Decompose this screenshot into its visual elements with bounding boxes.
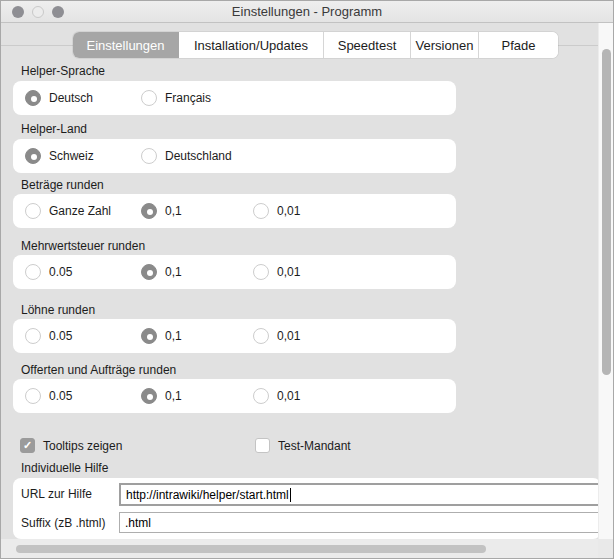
- section-label-individuelle-hilfe: Individuelle Hilfe: [21, 461, 108, 475]
- radio-option-0-01[interactable]: 0,01: [253, 194, 300, 228]
- radio-icon: [25, 203, 41, 219]
- radio-icon: [141, 328, 157, 344]
- radio-group-helper-sprache: Deutsch Français: [13, 81, 456, 115]
- radio-label: Deutsch: [49, 91, 93, 105]
- radio-option-schweiz[interactable]: Schweiz: [25, 139, 94, 173]
- radio-label: 0,1: [165, 389, 182, 403]
- radio-option-ganze-zahl[interactable]: Ganze Zahl: [25, 194, 111, 228]
- radio-option-0-01[interactable]: 0,01: [253, 319, 300, 353]
- checkbox-icon: [255, 438, 270, 453]
- radio-label: Français: [165, 91, 211, 105]
- radio-label: 0.05: [49, 389, 72, 403]
- help-panel: URL zur Hilfe http://intrawiki/helper/st…: [13, 478, 601, 539]
- radio-option-francais[interactable]: Français: [141, 81, 211, 115]
- radio-option-0-01[interactable]: 0,01: [253, 255, 300, 289]
- url-field-label: URL zur Hilfe: [21, 487, 92, 501]
- radio-icon: [141, 264, 157, 280]
- radio-icon: [25, 264, 41, 280]
- radio-group-offerten-runden: 0.05 0,1 0,01: [13, 379, 456, 413]
- titlebar[interactable]: Einstellungen - Programm: [1, 1, 613, 23]
- checkbox-test-mandant[interactable]: Test-Mandant: [255, 438, 351, 453]
- url-input[interactable]: http://intrawiki/helper/start.html: [119, 483, 600, 506]
- radio-label: 0,01: [277, 329, 300, 343]
- radio-option-0-1[interactable]: 0,1: [141, 255, 182, 289]
- radio-icon: [253, 388, 269, 404]
- radio-label: 0,01: [277, 204, 300, 218]
- radio-label: 0.05: [49, 265, 72, 279]
- radio-option-0-1[interactable]: 0,1: [141, 194, 182, 228]
- suffix-field-label: Suffix (zB .html): [21, 516, 105, 530]
- tab-installation-updates[interactable]: Installation/Updates: [179, 32, 324, 58]
- scrollbar-corner: [598, 539, 613, 558]
- suffix-input-value: .html: [125, 516, 151, 530]
- settings-window: Einstellungen - Programm Einstellungen I…: [0, 0, 614, 559]
- radio-label: 0.05: [49, 329, 72, 343]
- radio-icon: [253, 203, 269, 219]
- radio-label: Schweiz: [49, 149, 94, 163]
- window-title: Einstellungen - Programm: [1, 1, 613, 23]
- group-label-loehne-runden: Löhne runden: [21, 303, 95, 317]
- radio-icon: [253, 264, 269, 280]
- group-label-offerten-runden: Offerten und Aufträge runden: [21, 363, 176, 377]
- radio-label: Ganze Zahl: [49, 204, 111, 218]
- checkbox-tooltips-zeigen[interactable]: Tooltips zeigen: [20, 438, 122, 453]
- vertical-scrollbar-track[interactable]: [598, 23, 613, 541]
- radio-label: 0,1: [165, 265, 182, 279]
- radio-icon: [141, 388, 157, 404]
- radio-option-0-05[interactable]: 0.05: [25, 255, 72, 289]
- checkbox-row: Tooltips zeigen Test-Mandant: [1, 438, 601, 456]
- horizontal-scrollbar-track[interactable]: [1, 539, 600, 558]
- radio-label: 0,1: [165, 204, 182, 218]
- radio-option-0-01[interactable]: 0,01: [253, 379, 300, 413]
- radio-label: 0,01: [277, 389, 300, 403]
- group-label-helper-land: Helper-Land: [21, 122, 87, 136]
- checkbox-label: Test-Mandant: [278, 439, 351, 453]
- radio-icon: [141, 148, 157, 164]
- url-input-value: http://intrawiki/helper/start.html: [126, 488, 289, 502]
- radio-option-deutschland[interactable]: Deutschland: [141, 139, 232, 173]
- group-label-mehrwertsteuer-runden: Mehrwertsteuer runden: [21, 239, 145, 253]
- group-label-helper-sprache: Helper-Sprache: [21, 64, 105, 78]
- suffix-input[interactable]: .html: [119, 512, 600, 533]
- radio-option-0-05[interactable]: 0.05: [25, 379, 72, 413]
- vertical-scrollbar-thumb[interactable]: [602, 49, 611, 375]
- tab-pfade[interactable]: Pfade: [479, 32, 558, 58]
- radio-option-0-1[interactable]: 0,1: [141, 379, 182, 413]
- tab-bar: Einstellungen Installation/Updates Speed…: [73, 32, 558, 58]
- radio-icon: [141, 90, 157, 106]
- tab-versionen[interactable]: Versionen: [411, 32, 479, 58]
- group-label-betraege-runden: Beträge runden: [21, 178, 104, 192]
- checkbox-icon: [20, 438, 35, 453]
- radio-group-mehrwertsteuer-runden: 0.05 0,1 0,01: [13, 255, 456, 289]
- radio-icon: [141, 203, 157, 219]
- text-caret: [290, 488, 291, 502]
- radio-option-0-05[interactable]: 0.05: [25, 319, 72, 353]
- horizontal-scrollbar-thumb[interactable]: [16, 545, 486, 553]
- radio-option-0-1[interactable]: 0,1: [141, 319, 182, 353]
- tab-speedtest[interactable]: Speedtest: [324, 32, 411, 58]
- radio-icon: [25, 388, 41, 404]
- radio-label: 0,1: [165, 329, 182, 343]
- radio-label: Deutschland: [165, 149, 232, 163]
- radio-label: 0,01: [277, 265, 300, 279]
- tab-einstellungen[interactable]: Einstellungen: [73, 32, 179, 58]
- radio-icon: [25, 90, 41, 106]
- radio-icon: [25, 148, 41, 164]
- radio-group-betraege-runden: Ganze Zahl 0,1 0,01: [13, 194, 456, 228]
- radio-icon: [253, 328, 269, 344]
- radio-option-deutsch[interactable]: Deutsch: [25, 81, 93, 115]
- radio-icon: [25, 328, 41, 344]
- radio-group-helper-land: Schweiz Deutschland: [13, 139, 456, 173]
- radio-group-loehne-runden: 0.05 0,1 0,01: [13, 319, 456, 353]
- checkbox-label: Tooltips zeigen: [43, 439, 122, 453]
